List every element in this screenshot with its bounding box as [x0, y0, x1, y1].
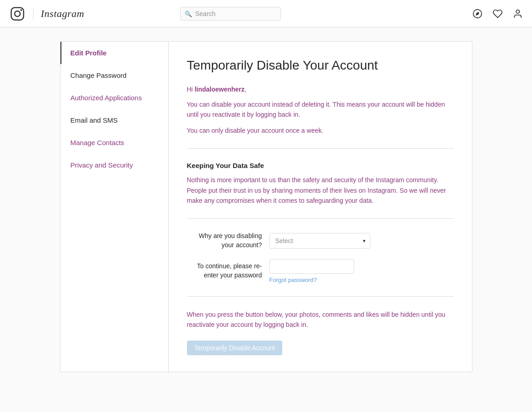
- svg-point-1: [15, 11, 20, 16]
- content-card: Edit Profile Change Password Authorized …: [60, 41, 472, 372]
- sidebar-item-email-and-sms[interactable]: Email and SMS: [60, 109, 168, 131]
- keeping-safe-text: Nothing is more important to us than the…: [187, 175, 454, 206]
- greeting-text: Hi lindaloewenherz,: [187, 86, 454, 93]
- info-line1: You can disable your account instead of …: [187, 99, 454, 120]
- section-divider-1: [187, 148, 454, 149]
- search-icon: 🔍: [185, 10, 192, 17]
- explore-icon[interactable]: [472, 9, 483, 19]
- password-control: Forgot password?: [269, 259, 379, 283]
- username: lindaloewenherz: [195, 86, 245, 93]
- svg-point-2: [20, 9, 22, 11]
- search-area: 🔍: [180, 7, 281, 21]
- brand-name: Instagram: [41, 8, 84, 20]
- header-divider: [33, 7, 33, 20]
- why-label: Why are you disablingyour account?: [187, 232, 269, 249]
- why-row: Why are you disablingyour account? Selec…: [187, 232, 454, 249]
- sidebar-item-edit-profile[interactable]: Edit Profile: [60, 42, 168, 64]
- bottom-note: When you press the button below, your ph…: [187, 309, 454, 330]
- header-actions: [472, 9, 523, 19]
- section-divider-2: [187, 218, 454, 219]
- forgot-password-link[interactable]: Forgot password?: [269, 276, 379, 283]
- svg-point-5: [516, 10, 519, 13]
- password-input[interactable]: [269, 259, 354, 274]
- section-divider-3: [187, 296, 454, 297]
- sidebar-item-privacy-and-security[interactable]: Privacy and Security: [60, 154, 168, 176]
- profile-icon[interactable]: [513, 9, 523, 19]
- instagram-logo-icon: [9, 5, 26, 22]
- heart-icon[interactable]: [493, 9, 503, 19]
- sidebar: Edit Profile Change Password Authorized …: [60, 42, 169, 372]
- password-row: To continue, please re-enter your passwo…: [187, 259, 454, 283]
- svg-marker-4: [476, 12, 479, 16]
- temporarily-disable-button[interactable]: Temporarily Disable Account: [187, 341, 283, 355]
- keeping-safe-title: Keeping Your Data Safe: [187, 162, 454, 169]
- search-input[interactable]: [180, 7, 281, 21]
- sidebar-item-manage-contacts[interactable]: Manage Contacts: [60, 131, 168, 154]
- info-line2: You can only disable your account once a…: [187, 125, 454, 136]
- why-control: Select Too busy / Too distracting Privac…: [269, 233, 379, 249]
- disable-form: Why are you disablingyour account? Selec…: [187, 232, 454, 283]
- page-title: Temporarily Disable Your Account: [187, 58, 454, 73]
- password-label: To continue, please re-enter your passwo…: [187, 262, 269, 280]
- reason-select-wrapper: Select Too busy / Too distracting Privac…: [269, 233, 370, 249]
- sidebar-item-change-password[interactable]: Change Password: [60, 64, 168, 87]
- logo-area: Instagram: [9, 5, 84, 22]
- reason-select[interactable]: Select Too busy / Too distracting Privac…: [269, 233, 370, 249]
- header: Instagram 🔍: [0, 0, 532, 27]
- sidebar-item-authorized-applications[interactable]: Authorized Applications: [60, 87, 168, 109]
- main-wrapper: Edit Profile Change Password Authorized …: [51, 41, 482, 372]
- main-content: Temporarily Disable Your Account Hi lind…: [169, 42, 472, 372]
